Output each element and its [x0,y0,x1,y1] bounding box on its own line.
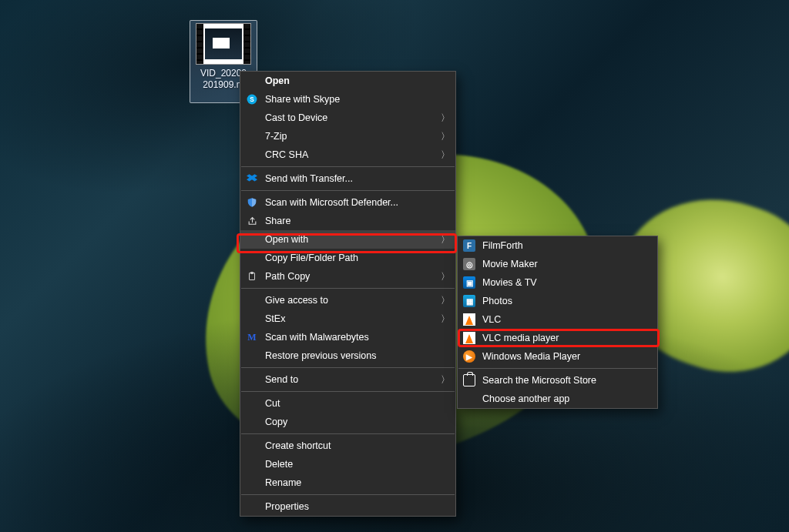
open-with-submenu: F FilmForth ◎ Movie Maker ▣ Movies & TV … [457,236,658,409]
menu-separator [241,166,455,167]
malwarebytes-icon: M [246,331,258,343]
menu-share[interactable]: Share [240,212,455,230]
menu-send-transfer-label: Send with Transfer... [265,173,455,184]
menu-send-to[interactable]: Send to 〉 [240,370,455,389]
submenu-movie-maker-label: Movie Maker [482,259,657,269]
photos-icon: ▦ [463,295,475,307]
submenu-vlc-media-player[interactable]: VLC media player [458,329,657,347]
menu-rename-label: Rename [265,477,455,488]
submenu-photos[interactable]: ▦ Photos [458,292,657,310]
menu-defender[interactable]: Scan with Microsoft Defender... [240,193,455,212]
chevron-right-icon: 〉 [435,112,455,125]
menu-properties[interactable]: Properties [240,497,455,516]
menu-crc-sha[interactable]: CRC SHA 〉 [240,146,455,164]
menu-copy-path-label: Copy File/Folder Path [265,253,455,263]
menu-send-transfer[interactable]: Send with Transfer... [240,169,455,188]
skype-icon: S [246,93,258,105]
menu-cut[interactable]: Cut [240,394,455,413]
submenu-search-store-label: Search the Microsoft Store [482,375,657,386]
menu-malwarebytes[interactable]: M Scan with Malwarebytes [240,328,455,346]
chevron-right-icon: 〉 [435,313,455,326]
menu-open-with[interactable]: Open with 〉 [240,230,455,249]
menu-separator [241,190,455,191]
menu-share-skype[interactable]: S Share with Skype [240,90,455,109]
menu-separator [241,494,455,495]
menu-create-shortcut[interactable]: Create shortcut [240,437,455,455]
menu-delete-label: Delete [265,459,455,470]
microsoft-store-icon [463,374,475,386]
video-thumbnail [196,23,251,65]
movies-tv-icon: ▣ [463,276,475,289]
menu-properties-label: Properties [265,501,455,512]
menu-share-skype-label: Share with Skype [265,94,455,105]
filmforth-icon: F [463,239,475,252]
svg-text:S: S [250,96,254,103]
submenu-separator [458,368,656,369]
vlc-icon [463,313,475,326]
menu-open-label: Open [265,75,455,86]
submenu-filmforth[interactable]: F FilmForth [458,236,657,255]
chevron-right-icon: 〉 [435,149,455,162]
submenu-vlc[interactable]: VLC [458,310,657,329]
menu-7zip-label: 7-Zip [265,131,435,142]
context-menu: Open S Share with Skype Cast to Device 〉… [240,71,456,517]
submenu-wmp[interactable]: ▶ Windows Media Player [458,347,657,366]
menu-separator [241,367,455,368]
chevron-right-icon: 〉 [435,233,455,246]
menu-separator [241,433,455,434]
svg-rect-3 [251,273,253,274]
chevron-right-icon: 〉 [435,373,455,386]
menu-cut-label: Cut [265,398,455,409]
menu-share-label: Share [265,216,455,226]
movie-maker-icon: ◎ [463,258,475,270]
menu-rename[interactable]: Rename [240,473,455,492]
menu-give-access-label: Give access to [265,295,435,306]
submenu-photos-label: Photos [482,296,657,306]
chevron-right-icon: 〉 [435,130,455,143]
wmp-icon: ▶ [463,350,475,363]
menu-defender-label: Scan with Microsoft Defender... [265,197,455,208]
menu-open[interactable]: Open [240,72,455,90]
menu-restore[interactable]: Restore previous versions [240,346,455,365]
submenu-movies-tv[interactable]: ▣ Movies & TV [458,273,657,292]
submenu-choose-app-label: Choose another app [482,393,657,404]
share-icon [246,215,258,227]
submenu-movies-tv-label: Movies & TV [482,277,657,288]
menu-open-with-label: Open with [265,234,435,245]
submenu-vlc-label: VLC [482,314,657,325]
defender-shield-icon [246,196,258,209]
menu-give-access[interactable]: Give access to 〉 [240,291,455,309]
menu-restore-label: Restore previous versions [265,350,455,361]
menu-cast[interactable]: Cast to Device 〉 [240,109,455,127]
submenu-vlc-media-player-label: VLC media player [482,333,657,343]
dropbox-icon [246,172,258,185]
menu-separator [241,288,455,289]
menu-path-copy[interactable]: Path Copy 〉 [240,267,455,286]
chevron-right-icon: 〉 [435,270,455,283]
menu-send-to-label: Send to [265,374,435,385]
menu-crc-sha-label: CRC SHA [265,149,435,160]
menu-copy[interactable]: Copy [240,413,455,431]
menu-copy-path[interactable]: Copy File/Folder Path [240,249,455,267]
submenu-choose-app[interactable]: Choose another app [458,390,657,408]
submenu-filmforth-label: FilmForth [482,240,657,251]
menu-7zip[interactable]: 7-Zip 〉 [240,127,455,146]
menu-copy-label: Copy [265,417,455,427]
clipboard-icon [246,270,258,283]
menu-stex-label: StEx [265,313,435,324]
submenu-search-store[interactable]: Search the Microsoft Store [458,371,657,390]
menu-stex[interactable]: StEx 〉 [240,309,455,328]
menu-cast-label: Cast to Device [265,112,435,123]
menu-path-copy-label: Path Copy [265,271,435,282]
chevron-right-icon: 〉 [435,294,455,307]
vlc-media-player-icon [463,332,475,344]
menu-delete[interactable]: Delete [240,455,455,473]
menu-create-shortcut-label: Create shortcut [265,440,455,451]
submenu-movie-maker[interactable]: ◎ Movie Maker [458,255,657,273]
menu-separator [241,391,455,392]
menu-malwarebytes-label: Scan with Malwarebytes [265,332,455,343]
submenu-wmp-label: Windows Media Player [482,351,657,362]
